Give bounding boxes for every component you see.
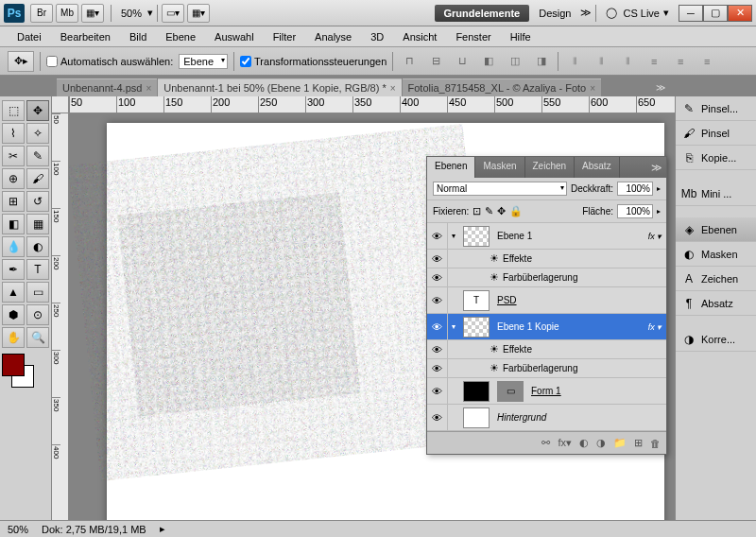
layer-row[interactable]: 👁▾Ebene 1fx ▾ [427,223,666,250]
fx-badge[interactable]: fx ▾ [644,322,666,332]
ruler-origin[interactable] [52,96,69,113]
layer-thumbnail[interactable] [463,317,490,338]
distribute-icon[interactable]: ⫴ [591,52,611,71]
lock-pixels-icon[interactable]: ✎ [485,205,493,217]
visibility-icon[interactable]: 👁 [427,314,448,339]
move-tool[interactable]: ✥ [26,100,49,121]
screen-mode-button[interactable]: ▦▾ [81,4,104,23]
visibility-icon[interactable]: 👁 [427,287,448,313]
layer-thumbnail[interactable] [463,226,490,247]
auto-select-target[interactable]: Ebene [179,54,228,69]
minimize-button[interactable]: ─ [679,5,703,22]
dock-item[interactable]: ◈Ebenen [676,217,756,242]
align-top-icon[interactable]: ⊓ [399,52,420,71]
layer-name[interactable]: Hintergrund [493,412,666,423]
tab-overflow-icon[interactable]: ≫ [652,78,669,96]
align-hcenter-icon[interactable]: ◫ [505,52,525,71]
maximize-button[interactable]: ▢ [703,5,728,22]
foreground-color[interactable] [2,354,25,376]
layer-name[interactable]: PSD [493,295,666,305]
layer-row[interactable]: 👁TPSD [427,287,666,314]
horizontal-ruler[interactable]: 50100150200250300350400450500550600650 [69,96,675,113]
crop-tool[interactable]: ✂ [2,146,25,166]
layer-name[interactable]: Form 1 [527,386,666,396]
menu-ebene[interactable]: Ebene [156,28,205,45]
visibility-icon[interactable]: 👁 [427,405,448,430]
magic-wand-tool[interactable]: ✧ [26,123,49,144]
color-swatches[interactable] [2,354,40,388]
eraser-tool[interactable]: ◧ [2,214,25,234]
dodge-tool[interactable]: ◐ [26,236,49,257]
layer-row[interactable]: 👁Hintergrund [427,405,666,431]
menu-ansicht[interactable]: Ansicht [393,28,446,45]
zoom-value[interactable]: 50% [115,8,147,19]
close-tab-icon[interactable]: × [590,83,595,94]
status-docsize[interactable]: Dok: 2,75 MB/19,1 MB [42,524,146,535]
dock-item[interactable]: ⎘Kopie... [676,146,756,170]
distribute-icon[interactable]: ≡ [644,52,664,71]
dock-item[interactable]: ◑Korre... [676,327,756,352]
lock-transparency-icon[interactable]: ⊡ [472,205,481,217]
path-select-tool[interactable]: ▲ [2,282,25,303]
layer-thumbnail[interactable] [463,381,490,402]
distribute-icon[interactable]: ≡ [670,52,691,71]
panel-tab[interactable]: Zeichen [525,157,576,178]
visibility-icon[interactable]: 👁 [427,378,448,404]
lasso-tool[interactable]: ⌇ [2,123,25,144]
move-tool-indicator[interactable]: ✥▸ [8,51,34,72]
dock-item[interactable]: ¶Absatz [676,291,756,316]
panel-tab[interactable]: Masken [475,157,524,178]
type-tool[interactable]: T [26,259,49,280]
workspace-label[interactable]: Grundelemente [435,5,530,22]
blend-mode-select[interactable]: Normal [433,182,567,196]
more-workspaces-icon[interactable]: ≫ [580,7,592,19]
layer-name[interactable]: Ebene 1 [493,231,644,241]
layer-group-icon[interactable]: 📁 [613,437,627,449]
layer-row[interactable]: 👁▭Form 1 [427,378,666,405]
menu-bild[interactable]: Bild [120,28,156,45]
vertical-ruler[interactable]: 50100150200250300350400 [52,113,69,520]
visibility-icon[interactable]: 👁 [427,223,448,249]
menu-analyse[interactable]: Analyse [305,28,361,45]
gradient-tool[interactable]: ▦ [26,214,49,234]
healing-tool[interactable]: ⊕ [2,168,25,189]
align-right-icon[interactable]: ◨ [531,52,552,71]
visibility-icon[interactable]: 👁 [427,359,448,377]
document-tab[interactable]: Unbenannt-4.psd× [57,78,157,96]
close-button[interactable]: ✕ [728,5,752,22]
transform-controls-checkbox[interactable]: Transformationssteuerungen [240,56,387,67]
menu-bearbeiten[interactable]: Bearbeiten [51,28,120,45]
layer-thumbnail[interactable] [463,407,490,428]
align-vcenter-icon[interactable]: ⊟ [425,52,446,71]
new-layer-icon[interactable]: ⊞ [634,437,643,449]
hand-tool[interactable]: ✋ [2,327,25,348]
layer-effect[interactable]: 👁☀ Farbüberlagerung [427,359,666,378]
document-tab[interactable]: Fotolia_8715458_XL - © Azaliya - Foto× [403,78,602,96]
layer-effect[interactable]: 👁☀ Effekte [427,340,666,359]
panel-tab[interactable]: Absatz [575,157,620,178]
align-left-icon[interactable]: ◧ [478,52,499,71]
document-tab[interactable]: Unbenannt-1 bei 50% (Ebene 1 Kopie, RGB/… [158,78,401,96]
arrange-button[interactable]: ▦▾ [187,4,210,23]
layer-mask-icon[interactable]: ◐ [579,437,589,449]
layer-mask-thumbnail[interactable]: ▭ [497,381,524,402]
dock-item[interactable]: MbMini ... [676,182,756,206]
brush-tool[interactable]: 🖌 [26,168,49,189]
menu-fenster[interactable]: Fenster [446,28,500,45]
blur-tool[interactable]: 💧 [2,236,25,257]
visibility-icon[interactable]: 👁 [427,268,448,286]
close-tab-icon[interactable]: × [390,83,396,94]
shape-tool[interactable]: ▭ [26,282,49,303]
visibility-icon[interactable]: 👁 [427,340,448,358]
view-extras-button[interactable]: ▭▾ [162,4,184,23]
minibridge-button[interactable]: Mb [56,4,78,23]
cslive-button[interactable]: CS Live [623,8,660,19]
visibility-icon[interactable]: 👁 [427,250,448,268]
link-layers-icon[interactable]: ⚯ [541,437,550,449]
dock-item[interactable]: AZeichen [676,267,756,291]
zoom-tool[interactable]: 🔍 [26,327,49,348]
distribute-icon[interactable]: ⫴ [564,52,585,71]
panel-tab[interactable]: Ebenen [427,157,475,178]
distribute-icon[interactable]: ≡ [696,52,717,71]
menu-3d[interactable]: 3D [361,28,393,45]
